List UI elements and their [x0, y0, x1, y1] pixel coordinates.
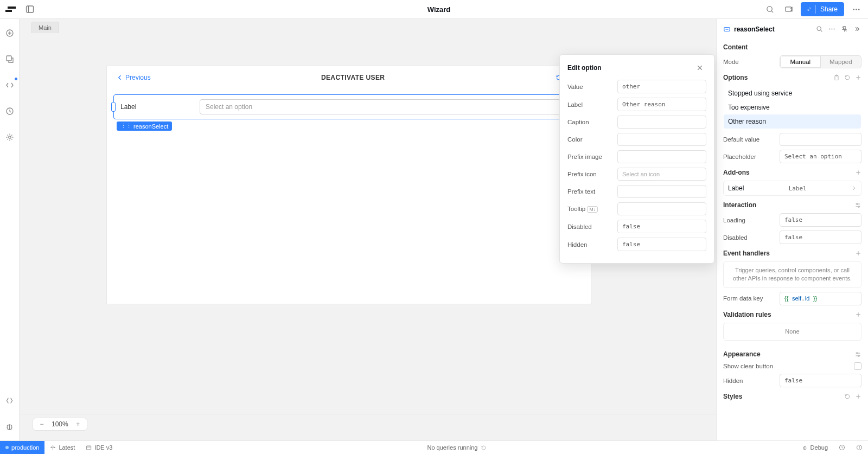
reset-options-icon[interactable]: [844, 74, 851, 81]
component-name[interactable]: reasonSelect: [734, 25, 812, 33]
appearance-hidden-input[interactable]: false: [780, 374, 861, 387]
hidden-input[interactable]: false: [617, 238, 706, 251]
appearance-settings-icon[interactable]: [854, 351, 861, 358]
link-icon: [807, 5, 816, 14]
svg-point-49: [858, 355, 859, 356]
prefix-text-input[interactable]: [617, 185, 706, 198]
status-info-icon[interactable]: [851, 441, 868, 454]
default-value-label: Default value: [723, 136, 775, 143]
addons-section-title: Add-ons: [723, 169, 861, 176]
validation-section-title: Validation rules: [723, 311, 861, 318]
styles-section-title: Styles: [723, 393, 861, 400]
option-item-2[interactable]: Other reason: [724, 114, 861, 129]
more-menu-icon[interactable]: [850, 3, 863, 16]
history-icon[interactable]: [3, 105, 16, 118]
caption-field-label: Caption: [567, 119, 617, 125]
option-item-0[interactable]: Stopped using service: [724, 86, 861, 100]
disabled-input[interactable]: false: [617, 220, 706, 233]
status-clock-icon[interactable]: [833, 441, 851, 454]
component-tree-icon[interactable]: [3, 53, 16, 66]
zoom-in-button[interactable]: +: [74, 420, 82, 428]
ide-version[interactable]: IDE v3: [80, 441, 118, 454]
add-component-icon[interactable]: [3, 27, 16, 40]
code-icon[interactable]: [3, 79, 16, 92]
prefix-icon-input[interactable]: Select an icon: [617, 168, 706, 181]
search-icon[interactable]: [764, 3, 777, 16]
add-validation-icon[interactable]: [855, 311, 861, 318]
show-clear-label: Show clear button: [723, 363, 850, 369]
env-label: production: [11, 444, 39, 451]
debug-button[interactable]: Debug: [796, 441, 833, 454]
share-button[interactable]: Share: [801, 2, 844, 16]
tabstrip: Main: [20, 19, 716, 33]
paste-icon[interactable]: [833, 74, 840, 81]
interaction-disabled-input[interactable]: false: [780, 231, 861, 244]
default-value-input[interactable]: [780, 133, 861, 146]
add-option-icon[interactable]: [855, 74, 861, 81]
select-input[interactable]: Select an option: [200, 99, 579, 114]
reset-styles-icon[interactable]: [844, 393, 851, 400]
addon-name: Label: [728, 184, 744, 192]
svg-line-26: [821, 30, 822, 31]
value-input[interactable]: other: [617, 80, 706, 93]
tooltip-input[interactable]: [617, 202, 706, 215]
canvas[interactable]: Main Previous DEACTIVATE USER Reset Labe…: [20, 19, 716, 440]
version-tag[interactable]: Latest: [44, 441, 80, 454]
svg-line-20: [7, 429, 8, 429]
component-badge[interactable]: ⋮⋮ reasonSelect: [117, 122, 172, 131]
env-pill[interactable]: production: [0, 441, 44, 454]
svg-point-25: [817, 27, 821, 30]
mode-manual[interactable]: Manual: [780, 56, 821, 68]
app-logo[interactable]: [5, 7, 16, 12]
refresh-icon[interactable]: [481, 445, 487, 451]
svg-point-2: [767, 6, 772, 11]
interaction-disabled-label: Disabled: [723, 234, 775, 241]
interaction-settings-icon[interactable]: [854, 202, 861, 209]
selected-component[interactable]: Label Select an option: [113, 94, 584, 119]
label-input[interactable]: Other reason: [617, 98, 706, 111]
loading-label: Loading: [723, 217, 775, 223]
svg-point-6: [856, 9, 857, 10]
mode-mapped[interactable]: Mapped: [821, 56, 861, 68]
color-input[interactable]: [617, 133, 706, 146]
statusbar: production Latest IDE v3 No queries runn…: [0, 440, 868, 454]
settings-icon[interactable]: [3, 131, 16, 144]
content-section-title: Content: [723, 43, 861, 51]
loading-input[interactable]: false: [780, 213, 861, 227]
svg-point-29: [834, 29, 835, 30]
state-icon[interactable]: [3, 394, 16, 407]
zoom-out-button[interactable]: −: [37, 420, 46, 428]
present-icon[interactable]: [782, 3, 795, 16]
select-label: Label: [118, 103, 200, 111]
previous-button[interactable]: Previous: [117, 74, 151, 81]
placeholder-input[interactable]: Select an option: [780, 150, 861, 163]
svg-point-13: [8, 136, 10, 138]
debug-icon[interactable]: [3, 420, 16, 433]
frame-footer: [20, 414, 716, 440]
unpin-icon[interactable]: [840, 24, 849, 34]
caption-input[interactable]: [617, 116, 706, 129]
tab-main[interactable]: Main: [31, 22, 59, 33]
add-style-icon[interactable]: [855, 393, 861, 400]
previous-label: Previous: [125, 74, 151, 81]
svg-rect-0: [27, 6, 34, 12]
addon-label-row[interactable]: Label Label: [723, 181, 861, 196]
prefix-image-input[interactable]: [617, 150, 706, 163]
show-clear-checkbox[interactable]: [854, 362, 861, 370]
option-item-1[interactable]: Too expensive: [724, 100, 861, 114]
add-addon-icon[interactable]: [855, 169, 861, 176]
add-handler-icon[interactable]: [855, 250, 861, 257]
component-badge-label: reasonSelect: [133, 123, 168, 130]
inspector-more-icon[interactable]: [827, 24, 837, 34]
inspector-search-icon[interactable]: [815, 24, 824, 34]
value-field-label: Value: [567, 84, 617, 90]
toggle-left-panel-icon[interactable]: [23, 3, 36, 16]
close-icon[interactable]: [693, 61, 706, 74]
collapse-panel-icon[interactable]: [852, 24, 861, 34]
placeholder-label: Placeholder: [723, 154, 775, 160]
form-data-key-input[interactable]: {{ self.id }}: [780, 292, 861, 305]
validation-none: None: [723, 323, 861, 341]
svg-point-40: [857, 203, 858, 204]
form-data-key-label: Form data key: [723, 295, 775, 302]
svg-line-3: [772, 11, 774, 12]
